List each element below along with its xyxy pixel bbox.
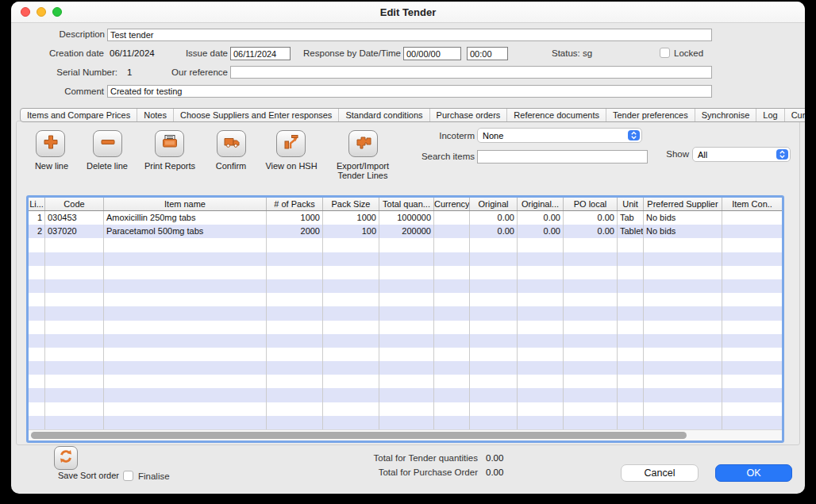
table-row-empty[interactable] [29, 402, 782, 416]
scrollbar-thumb[interactable] [31, 432, 687, 439]
column-header-po-local[interactable]: PO local [564, 198, 618, 210]
table-row-empty[interactable] [29, 416, 782, 429]
column-header-preferred-supplier[interactable]: Preferred Supplier [644, 198, 722, 210]
search-items-label: Search items [360, 152, 475, 161]
window-title: Edit Tender [11, 6, 805, 18]
cell [104, 361, 267, 375]
cell [470, 266, 518, 279]
column-header-unit[interactable]: Unit [618, 198, 644, 210]
tab-items-and-compare-prices[interactable]: Items and Compare Prices [21, 109, 137, 121]
tab-reference-documents[interactable]: Reference documents [507, 109, 606, 121]
table-row-empty[interactable] [29, 388, 782, 402]
cell [618, 238, 644, 252]
cell [722, 252, 782, 266]
response-by-date-input[interactable] [403, 47, 461, 60]
cell [518, 252, 564, 266]
cell: 100 [323, 225, 379, 238]
show-label: Show [630, 149, 689, 159]
tab-standard-conditions[interactable]: Standard conditions [339, 109, 429, 121]
column-header-li-[interactable]: Li... [29, 198, 45, 210]
column-header-currency[interactable]: Currency [434, 198, 470, 210]
table-row-empty[interactable] [29, 375, 782, 388]
sync-icon [57, 448, 75, 468]
column-header-code[interactable]: Code [45, 198, 104, 210]
our-reference-input[interactable] [230, 66, 712, 79]
column-header-item-con-[interactable]: Item Con.. [722, 198, 782, 210]
export-import-label: Export/Import Tender Lines [329, 161, 397, 180]
table-row-empty[interactable] [29, 321, 782, 334]
cell [644, 321, 722, 334]
confirm-button[interactable] [217, 130, 246, 157]
cell [267, 361, 323, 375]
cell [29, 293, 45, 306]
cell [45, 334, 104, 348]
search-items-input[interactable] [477, 150, 648, 164]
cell [29, 252, 45, 266]
cell [323, 279, 379, 293]
cell [722, 225, 782, 238]
table-row-empty[interactable] [29, 238, 782, 252]
table-row-empty[interactable] [29, 293, 782, 306]
column-header-original[interactable]: Original [470, 198, 518, 210]
column-header-total-quan-[interactable]: Total quan... [379, 198, 434, 210]
cell [29, 348, 45, 361]
print-reports-label: Print Reports [140, 161, 200, 171]
show-dropdown[interactable]: All [692, 147, 791, 162]
cell [434, 252, 470, 266]
tab-choose-suppliers-and-enter-responses[interactable]: Choose Suppliers and Enter responses [174, 109, 339, 121]
cell [434, 266, 470, 279]
cell [379, 306, 434, 320]
incoterm-dropdown[interactable]: None [477, 128, 642, 143]
tab-tender-preferences[interactable]: Tender preferences [606, 109, 695, 121]
tab-notes[interactable]: Notes [137, 109, 174, 121]
table-row-empty[interactable] [29, 306, 782, 320]
cell [45, 266, 104, 279]
locked-label: Locked [674, 48, 703, 58]
response-by-time-input[interactable] [467, 47, 508, 60]
tab-log[interactable]: Log [756, 109, 784, 121]
description-input[interactable] [107, 29, 712, 41]
view-on-hsh-button[interactable] [276, 130, 306, 157]
cell [470, 361, 518, 375]
incoterm-label: Incoterm [360, 131, 475, 140]
ok-button[interactable]: OK [715, 464, 792, 482]
cell [45, 238, 104, 252]
cell [323, 238, 379, 252]
table-row-empty[interactable] [29, 279, 782, 293]
cell [323, 306, 379, 320]
cell [518, 361, 564, 375]
cell [644, 388, 722, 402]
table-row-empty[interactable] [29, 266, 782, 279]
comment-input[interactable] [107, 85, 712, 98]
tab-synchronise[interactable]: Synchronise [695, 109, 757, 121]
cell: 0.00 [470, 225, 518, 238]
save-sort-order-button[interactable] [54, 446, 78, 470]
tab-purchase-orders[interactable]: Purchase orders [430, 109, 508, 121]
delete-line-button[interactable] [93, 130, 122, 157]
cancel-button[interactable]: Cancel [621, 464, 699, 482]
column-header-original-[interactable]: Original... [518, 198, 564, 210]
column-header-pack-size[interactable]: Pack Size [323, 198, 379, 210]
serial-number-label: Serial Number: [11, 67, 117, 77]
horizontal-scrollbar[interactable] [29, 429, 782, 441]
cell [722, 402, 782, 416]
locked-checkbox[interactable] [660, 48, 670, 58]
tab-currencies[interactable]: Currencies [785, 109, 805, 121]
table-row-empty[interactable] [29, 334, 782, 348]
table-row[interactable]: 2037020Paracetamol 500mg tabs20001002000… [29, 225, 782, 238]
cell: 1 [29, 211, 45, 225]
column-header-item-name[interactable]: Item name [104, 198, 267, 210]
table-row-empty[interactable] [29, 252, 782, 266]
column-header--of-packs[interactable]: # of Packs [267, 198, 323, 210]
table-row-empty[interactable] [29, 348, 782, 361]
cell [618, 252, 644, 266]
status-value: sg [583, 48, 592, 58]
cell [379, 238, 434, 252]
table-row[interactable]: 1030453Amoxicillin 250mg tabs10001000100… [29, 211, 782, 225]
table-row-empty[interactable] [29, 361, 782, 375]
cell: 0.00 [564, 211, 618, 225]
cell [267, 334, 323, 348]
print-reports-button[interactable] [155, 130, 184, 157]
cell [618, 266, 644, 279]
new-line-button[interactable] [36, 130, 65, 157]
